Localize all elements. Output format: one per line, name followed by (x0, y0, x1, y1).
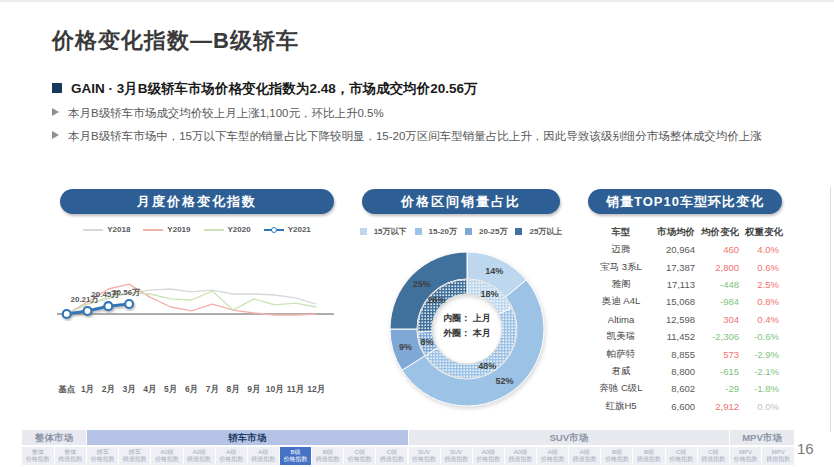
column-header: 市场均价 (653, 226, 701, 239)
x-tick-label: 8月 (226, 384, 239, 394)
data-label: 20.56万 (112, 288, 141, 297)
slide-edge-divider (830, 187, 831, 432)
footer-tab[interactable]: C级价格指数 (666, 447, 697, 465)
donut-label: 25% (413, 279, 431, 289)
tab-metric-label: 残值指数 (312, 455, 343, 463)
footer-tab[interactable]: B级价格指数 (280, 447, 311, 465)
legend-marker-icon (271, 227, 277, 233)
top10-table: 车型市场均价均价变化权重变化迈腾20,9644604.0%宝马 3系L17,38… (589, 224, 785, 415)
footer-tab[interactable]: 整体残值指数 (55, 447, 87, 465)
legend-line-swatch (83, 229, 103, 231)
tab-metric-label: 价格指数 (344, 455, 375, 463)
footer-tab[interactable]: C级价格指数 (344, 447, 375, 465)
table-cell: 17,387 (653, 262, 701, 273)
legend-label: 25万以上 (529, 226, 562, 237)
footer-tab[interactable]: MPV价格指数 (730, 447, 762, 465)
table-header-row: 车型市场均价均价变化权重变化 (589, 224, 785, 241)
x-tick-label: 11月 (287, 384, 305, 394)
legend-label: 15万以下 (374, 226, 407, 237)
footer-tab[interactable]: A级残值指数 (569, 447, 600, 465)
table-cell: -615 (701, 366, 745, 377)
footer-tab[interactable]: B级残值指数 (312, 447, 343, 465)
table-row: 雅阁17,113-4482.5% (589, 276, 785, 293)
square-bullet-icon (52, 83, 62, 93)
donut-label: 48% (478, 361, 496, 371)
line-chart-svg: 20.21万20.45万20.56万基点1月2月3月4月5月6月7月8月9月10… (52, 242, 342, 400)
legend-label: 20-25万 (479, 226, 507, 237)
donut-label: 9% (399, 342, 412, 352)
footer-tab[interactable]: A级价格指数 (537, 447, 568, 465)
table-cell: -2.1% (745, 366, 785, 377)
footer-tab[interactable]: 轿车残值指数 (119, 447, 150, 465)
legend-line-swatch (264, 229, 284, 231)
table-row: 君威8,800-615-2.1% (589, 363, 785, 380)
footer-tab[interactable]: B级残值指数 (633, 447, 664, 465)
footer-tab[interactable]: C级残值指数 (376, 447, 407, 465)
table-cell: 8,602 (653, 383, 701, 394)
table-cell: 奥迪 A4L (589, 295, 653, 308)
donut-label: 26% (427, 295, 445, 305)
page-number: 16 (797, 440, 814, 457)
table-cell: -448 (701, 279, 745, 290)
x-tick-label: 4月 (143, 384, 156, 394)
footer-tab[interactable]: MPV残值指数 (762, 447, 794, 465)
legend-swatch-icon (360, 228, 367, 235)
bullet-text: 本月B级轿车市场中，15万以下车型的销量占比下降较明显，15-20万区间车型销量… (68, 127, 762, 145)
footer-tab[interactable]: A0级残值指数 (505, 447, 536, 465)
footer-tab[interactable]: A0级价格指数 (473, 447, 504, 465)
footer-tab[interactable]: A级残值指数 (248, 447, 279, 465)
tab-metric-label: 残值指数 (184, 455, 215, 463)
table-cell: 凯美瑞 (589, 330, 653, 343)
market-header[interactable]: 整体市场 (22, 430, 86, 445)
x-tick-label: 基点 (57, 384, 76, 394)
x-tick-label: 6月 (185, 384, 198, 394)
footer-tab[interactable]: 轿车价格指数 (87, 447, 118, 465)
donut-center-line1: 内圈： 上月 (427, 311, 507, 326)
tab-metric-label: 残值指数 (633, 455, 664, 463)
footer-tab[interactable]: A级价格指数 (216, 447, 247, 465)
footer-tab[interactable]: B级价格指数 (601, 447, 632, 465)
bullet-list: 本月B级轿车市场成交均价较上月上涨1,100元，环比上升0.5%本月B级轿车市场… (52, 104, 804, 151)
key-point: GAIN · 3月B级轿车市场价格变化指数为2.48，市场成交均价20.56万 (52, 80, 478, 98)
footer-nav: 整体市场整体价格指数整体残值指数轿车市场轿车价格指数轿车残值指数A0级价格指数A… (22, 430, 794, 465)
table-cell: 迈腾 (589, 243, 653, 256)
donut-label: 14% (485, 266, 503, 276)
legend-item: 15-20万 (415, 226, 457, 237)
arrow-bullet-icon (52, 131, 59, 139)
footer-tab[interactable]: SUV价格指数 (409, 447, 440, 465)
market-header[interactable]: MPV市场 (730, 430, 794, 445)
table-cell: 0.8% (745, 296, 785, 307)
market-header[interactable]: SUV市场 (409, 430, 729, 445)
footer-tab[interactable]: A0级价格指数 (151, 447, 182, 465)
arrow-bullet-icon (52, 108, 59, 116)
table-cell: 2.5% (745, 279, 785, 290)
legend-item: Y2019 (143, 225, 190, 234)
donut-center-note: 内圈： 上月 外圈： 本月 (427, 311, 507, 341)
legend-item: Y2018 (83, 225, 130, 234)
table-cell: 红旗H5 (589, 400, 653, 413)
footer-tab[interactable]: C级残值指数 (698, 447, 729, 465)
footer-tab[interactable]: 整体价格指数 (22, 447, 54, 465)
table-cell: 4.0% (745, 244, 785, 255)
tab-metric-label: 残值指数 (248, 455, 279, 463)
tab-metric-label: 残值指数 (569, 455, 600, 463)
x-tick-label: 7月 (206, 384, 219, 394)
table-cell: 帕萨特 (589, 348, 653, 361)
tab-metric-label: 价格指数 (666, 455, 697, 463)
table-cell: -984 (701, 296, 745, 307)
market-header[interactable]: 轿车市场 (87, 430, 407, 445)
x-tick-label: 2月 (102, 384, 115, 394)
table-cell: 8,800 (653, 366, 701, 377)
footer-tab[interactable]: SUV残值指数 (441, 447, 472, 465)
table-cell: 雅阁 (589, 278, 653, 291)
column-header: 车型 (589, 226, 653, 239)
tab-metric-label: 残值指数 (441, 455, 472, 463)
data-point (104, 302, 112, 310)
table-cell: -2,306 (701, 331, 745, 342)
table-row: 迈腾20,9644604.0% (589, 241, 785, 258)
market-tab-row: 整体价格指数整体残值指数 (22, 447, 86, 465)
table-row: 凯美瑞11,452-2,306-0.6% (589, 328, 785, 345)
table-cell: -1.8% (745, 383, 785, 394)
footer-tab[interactable]: A0级残值指数 (184, 447, 215, 465)
line-legend: Y2018Y2019Y2020Y2021 (52, 225, 342, 234)
